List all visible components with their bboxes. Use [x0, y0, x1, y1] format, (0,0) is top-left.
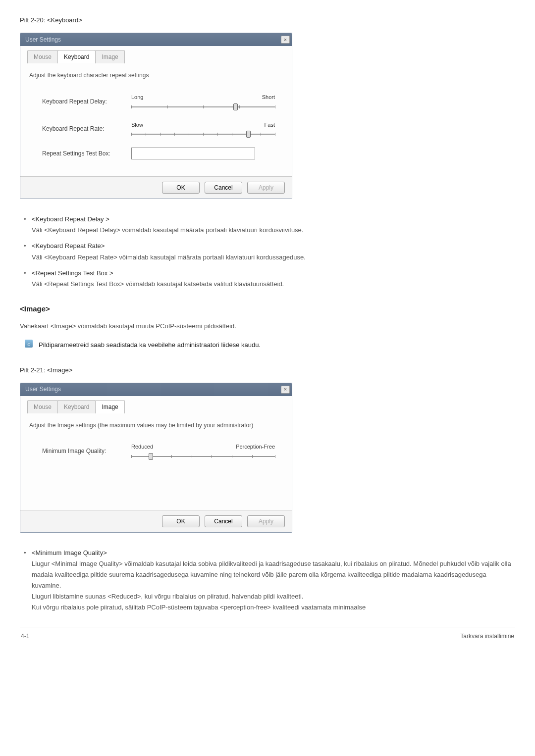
- info-icon: ⌕: [25, 340, 33, 348]
- bullet-list-image: <Minimum Image Quality> Liugur <Minimal …: [20, 548, 515, 613]
- item-desc: Kui võrgu ribalaius pole piiratud, säili…: [32, 602, 515, 613]
- dialog-description: Adjust the Image settings (the maximum v…: [29, 420, 283, 430]
- row-repeat-delay: Keyboard Repeat Delay: Long Short: [27, 93, 285, 110]
- note-text: Pildiparameetreid saab seadistada ka vee…: [39, 340, 261, 351]
- footer-section-title: Tarkvara installimine: [460, 631, 514, 641]
- dialog-body: Mouse Keyboard Image Adjust the keyboard…: [20, 46, 292, 176]
- label-image-quality: Minimum Image Quality:: [27, 446, 131, 456]
- apply-button[interactable]: Apply: [247, 515, 285, 527]
- slider-image-quality[interactable]: Reduced Perception-Free: [131, 442, 285, 460]
- label-repeat-delay: Keyboard Repeat Delay:: [27, 97, 131, 106]
- figure-caption-1: Pilt 2-20: <Keyboard>: [20, 15, 515, 26]
- row-test-box: Repeat Settings Test Box:: [27, 148, 285, 159]
- tab-strip: Mouse Keyboard Image: [27, 400, 285, 413]
- item-title: <Minimum Image Quality>: [32, 548, 515, 558]
- dialog-footer: OK Cancel Apply: [20, 176, 292, 199]
- item-title: <Keyboard Repeat Delay >: [32, 214, 515, 225]
- slider-label-reduced: Reduced: [131, 442, 153, 452]
- slider-thumb[interactable]: [233, 103, 238, 110]
- ok-button[interactable]: OK: [162, 515, 200, 527]
- label-repeat-rate: Keyboard Repeat Rate:: [27, 124, 131, 134]
- tab-mouse[interactable]: Mouse: [27, 400, 58, 413]
- dialog-title: User Settings: [25, 35, 61, 45]
- slider-label-perception-free: Perception-Free: [236, 442, 275, 452]
- page-footer: 4-1 Tarkvara installimine: [20, 627, 515, 641]
- slider-repeat-delay[interactable]: Long Short: [131, 93, 285, 110]
- figure-caption-2: Pilt 2-21: <Image>: [20, 365, 515, 376]
- user-settings-dialog-keyboard: User Settings × Mouse Keyboard Image Adj…: [20, 33, 292, 199]
- tab-image[interactable]: Image: [95, 400, 124, 413]
- item-desc: Väli <Repeat Settings Test Box> võimalda…: [32, 279, 515, 290]
- dialog-description: Adjust the keyboard character repeat set…: [29, 70, 283, 80]
- item-desc: Väli <Keyboard Repeat Rate> võimaldab ka…: [32, 252, 515, 263]
- dialog-body: Mouse Keyboard Image Adjust the Image se…: [20, 396, 292, 510]
- tab-image[interactable]: Image: [95, 50, 124, 63]
- cancel-button[interactable]: Cancel: [205, 515, 242, 527]
- list-item: <Repeat Settings Test Box > Väli <Repeat…: [20, 268, 515, 290]
- repeat-settings-test-input[interactable]: [131, 148, 255, 159]
- cancel-button[interactable]: Cancel: [205, 182, 242, 194]
- list-item: <Minimum Image Quality> Liugur <Minimal …: [20, 548, 515, 613]
- slider-label-long: Long: [131, 93, 143, 102]
- tab-keyboard[interactable]: Keyboard: [57, 50, 96, 63]
- item-desc: Liuguri libistamine suunas <Reduced>, ku…: [32, 591, 515, 602]
- item-desc: Väli <Keyboard Repeat Delay> võimaldab k…: [32, 225, 515, 236]
- item-title: <Repeat Settings Test Box >: [32, 268, 515, 279]
- row-image-quality: Minimum Image Quality: Reduced Perceptio…: [27, 442, 285, 460]
- list-item: <Keyboard Repeat Rate> Väli <Keyboard Re…: [20, 241, 515, 262]
- row-repeat-rate: Keyboard Repeat Rate: Slow Fast: [27, 120, 285, 138]
- close-icon[interactable]: ×: [281, 386, 290, 394]
- section-description: Vahekaart <Image> võimaldab kasutajal mu…: [20, 321, 515, 332]
- apply-button[interactable]: Apply: [247, 182, 285, 194]
- tab-mouse[interactable]: Mouse: [27, 50, 58, 63]
- item-title: <Keyboard Repeat Rate>: [32, 241, 515, 252]
- list-item: <Keyboard Repeat Delay > Väli <Keyboard …: [20, 214, 515, 236]
- tab-strip: Mouse Keyboard Image: [27, 50, 285, 63]
- page-number: 4-1: [21, 631, 29, 641]
- note-box: ⌕ Pildiparameetreid saab seadistada ka v…: [25, 340, 515, 351]
- slider-repeat-rate[interactable]: Slow Fast: [131, 120, 285, 138]
- item-desc: Liugur <Minimal Image Quality> võimaldab…: [32, 558, 515, 591]
- dialog-titlebar: User Settings ×: [20, 33, 292, 46]
- label-test-box: Repeat Settings Test Box:: [27, 149, 131, 158]
- section-heading-image: <Image>: [20, 302, 515, 315]
- slider-thumb[interactable]: [246, 131, 251, 138]
- close-icon[interactable]: ×: [281, 36, 290, 44]
- dialog-titlebar: User Settings ×: [20, 383, 292, 396]
- ok-button[interactable]: OK: [162, 182, 200, 194]
- dialog-title: User Settings: [25, 384, 61, 394]
- bullet-list-keyboard: <Keyboard Repeat Delay > Väli <Keyboard …: [20, 214, 515, 290]
- slider-label-slow: Slow: [131, 120, 143, 130]
- slider-label-short: Short: [262, 93, 275, 102]
- slider-label-fast: Fast: [265, 120, 275, 130]
- slider-thumb[interactable]: [149, 453, 153, 460]
- tab-keyboard[interactable]: Keyboard: [57, 400, 96, 413]
- user-settings-dialog-image: User Settings × Mouse Keyboard Image Adj…: [20, 383, 292, 533]
- dialog-footer: OK Cancel Apply: [20, 510, 292, 532]
